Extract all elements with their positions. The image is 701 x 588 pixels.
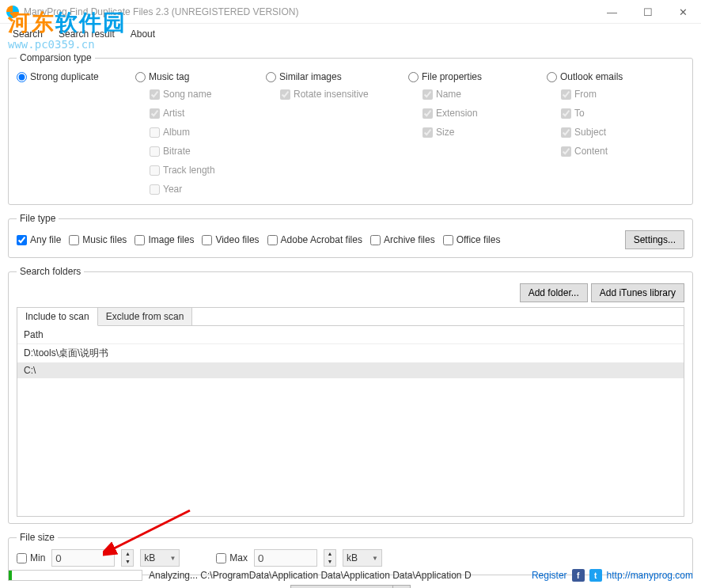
menu-about[interactable]: About: [124, 26, 161, 42]
search-folders-group: Search folders Add folder... Add iTunes …: [8, 266, 693, 524]
progress-bar: [8, 570, 142, 581]
check-track-length: Track length: [150, 163, 215, 177]
check-name: Name: [422, 87, 486, 101]
check-year: Year: [150, 182, 213, 196]
check-content: Content: [561, 144, 624, 158]
add-itunes-button[interactable]: Add iTunes library: [591, 283, 684, 302]
filetype-legend: File type: [17, 213, 59, 224]
homepage-link[interactable]: http://manyprog.com: [607, 570, 693, 581]
check-max-size[interactable]: Max: [216, 551, 248, 565]
check-bitrate: Bitrate: [150, 144, 213, 158]
check-min-size[interactable]: Min: [17, 551, 45, 565]
check-to: To: [561, 106, 624, 120]
check-album: Album: [150, 125, 213, 139]
check-archive-files[interactable]: Archive files: [370, 233, 435, 247]
check-subject: Subject: [561, 125, 624, 139]
path-row[interactable]: D:\tools\桌面\说明书: [17, 344, 684, 362]
tab-include[interactable]: Include to scan: [17, 308, 98, 326]
check-rotate-insensitive: Rotate insensitive: [280, 87, 369, 101]
path-column-header: Path: [17, 326, 684, 344]
radio-similar-images[interactable]: Similar images: [266, 70, 400, 84]
min-spinner[interactable]: ▲▼: [121, 549, 134, 567]
searchfolders-legend: Search folders: [17, 266, 84, 277]
minimize-button[interactable]: —: [594, 0, 630, 24]
radio-outlook-emails[interactable]: Outlook emails: [547, 70, 665, 84]
menu-search[interactable]: Search: [6, 26, 49, 42]
statusbar: Analyzing... C:\ProgramData\Application …: [8, 566, 693, 585]
menubar: Search Search result About: [0, 24, 701, 44]
stop-button[interactable]: Stop: [290, 585, 393, 588]
twitter-icon[interactable]: t: [589, 569, 602, 582]
check-acrobat-files[interactable]: Adobe Acrobat files: [267, 233, 362, 247]
max-size-input[interactable]: [254, 549, 317, 567]
check-from: From: [561, 87, 624, 101]
path-list[interactable]: Path D:\tools\桌面\说明书 C:\: [17, 326, 684, 516]
max-spinner[interactable]: ▲▼: [324, 549, 336, 567]
stop-dropdown-button[interactable]: ▼: [393, 585, 411, 588]
status-text: Analyzing... C:\ProgramData\Application …: [149, 570, 525, 581]
check-any-file[interactable]: Any file: [17, 233, 61, 247]
check-office-files[interactable]: Office files: [443, 233, 501, 247]
window-title: ManyProg Find Duplicate Files 2.3 (UNREG…: [24, 6, 298, 17]
check-video-files[interactable]: Video files: [202, 233, 259, 247]
comparison-type-group: Comparsion type Strong duplicate Music t…: [8, 52, 693, 205]
min-unit-select[interactable]: kB▼: [140, 549, 180, 567]
radio-music-tag[interactable]: Music tag: [135, 70, 258, 84]
file-type-group: File type Any file Music files Image fil…: [8, 213, 693, 258]
tab-exclude[interactable]: Exclude from scan: [98, 308, 193, 325]
close-button[interactable]: ✕: [665, 0, 701, 24]
add-folder-button[interactable]: Add folder...: [520, 283, 588, 302]
comparison-legend: Comparsion type: [17, 52, 95, 63]
check-music-files[interactable]: Music files: [69, 233, 127, 247]
check-extension: Extension: [422, 106, 486, 120]
menu-search-result[interactable]: Search result: [52, 26, 121, 42]
check-size: Size: [422, 125, 486, 139]
facebook-icon[interactable]: f: [572, 569, 585, 582]
max-unit-select[interactable]: kB▼: [343, 549, 382, 567]
filesize-legend: File size: [17, 532, 58, 543]
folder-tabs: Include to scan Exclude from scan: [17, 308, 684, 326]
titlebar: ManyProg Find Duplicate Files 2.3 (UNREG…: [0, 0, 701, 24]
register-link[interactable]: Register: [532, 570, 567, 581]
maximize-button[interactable]: ☐: [630, 0, 665, 24]
check-artist: Artist: [150, 106, 213, 120]
radio-strong-duplicate[interactable]: Strong duplicate: [17, 70, 127, 84]
radio-file-properties[interactable]: File properties: [408, 70, 539, 84]
settings-button[interactable]: Settings...: [625, 230, 684, 249]
app-icon: [6, 6, 19, 18]
check-song-name: Song name: [150, 87, 213, 101]
min-size-input[interactable]: [51, 549, 115, 567]
path-row[interactable]: C:\: [17, 362, 684, 378]
check-image-files[interactable]: Image files: [135, 233, 194, 247]
